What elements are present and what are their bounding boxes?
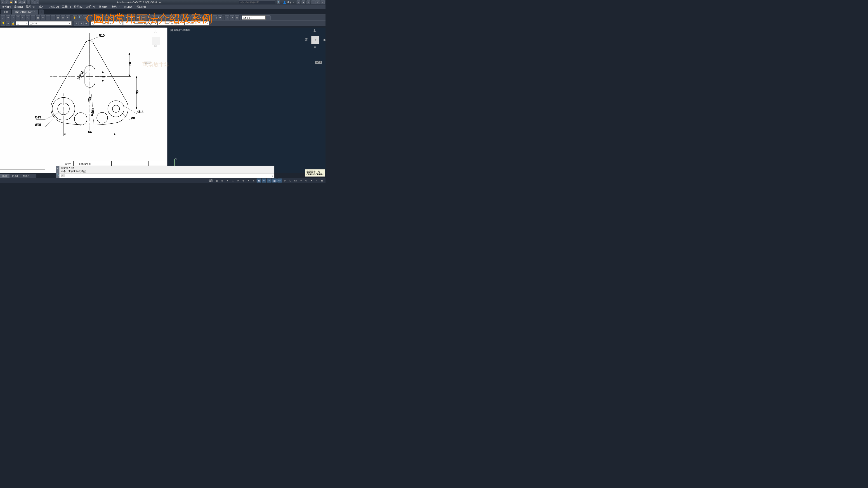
viewcube-face[interactable]: 上	[311, 36, 319, 44]
explode-icon[interactable]: ✸	[218, 15, 222, 20]
menu-edit[interactable]: 编辑(E)	[14, 5, 23, 9]
osnap-dropdown-icon[interactable]: ▾	[262, 178, 266, 183]
viewport-left[interactable]: R10 20 30 8	[0, 28, 167, 173]
command-expand-icon[interactable]: ▲	[271, 175, 273, 177]
table-icon[interactable]: ⊞	[61, 15, 65, 20]
menu-insert[interactable]: 插入(I)	[38, 5, 46, 9]
array-icon[interactable]: ⋮⋮	[213, 15, 217, 20]
match-prop-icon[interactable]: ⊞	[235, 15, 239, 20]
dim-update-icon[interactable]: ↻	[266, 15, 271, 20]
command-input[interactable]: >_	[59, 174, 274, 178]
login-button[interactable]: 👤 登录 ▾	[282, 1, 295, 4]
help-icon[interactable]: ?	[307, 0, 310, 4]
tab-layout1[interactable]: 布局1	[9, 174, 20, 178]
command-close-icon[interactable]: ✕	[56, 166, 59, 172]
workspace-dropdown-icon[interactable]: ▾	[309, 178, 314, 183]
wcs-badge-right[interactable]: WCS	[315, 61, 322, 64]
tab-layout-add[interactable]: +	[31, 174, 36, 178]
properties-icon[interactable]: A	[230, 15, 235, 20]
color-swatch-dropdown[interactable]: ▢▼	[16, 21, 28, 26]
otrack-icon[interactable]: ∠	[251, 178, 256, 183]
lineweight-toggle-icon[interactable]: ≡	[267, 178, 272, 183]
osnap-icon[interactable]: ▣	[256, 178, 261, 183]
app-store-icon[interactable]: ▾	[302, 0, 305, 4]
new-icon[interactable]: ▢	[5, 0, 9, 4]
rectangle-icon[interactable]: ▭	[21, 15, 25, 20]
plot-icon[interactable]: 🖨	[22, 0, 26, 4]
status-scale[interactable]: 1:1	[293, 179, 298, 182]
circle-icon[interactable]: ○	[11, 15, 16, 20]
command-handle[interactable]: ✕ 🔧	[56, 166, 59, 178]
menu-help[interactable]: 帮助(H)	[136, 5, 146, 9]
polygon-icon[interactable]: ⬡	[26, 15, 30, 20]
close-icon[interactable]: ✕	[320, 0, 324, 4]
command-config-icon[interactable]: 🔧	[56, 172, 59, 178]
save-icon[interactable]: 💾	[14, 0, 18, 4]
scale-dropdown-icon[interactable]: ▾	[299, 178, 303, 183]
annotation-scale-dropdown[interactable]: GB1-1▼	[242, 15, 266, 20]
tab-current-doc[interactable]: 自定义样板.dwt*✕	[12, 9, 38, 14]
viewcube-right[interactable]: 北 西 东 南 上	[306, 29, 324, 51]
isodraft-dropdown-icon[interactable]: ▾	[246, 178, 251, 183]
maximize-icon[interactable]: ▢	[316, 0, 320, 4]
status-model[interactable]: 模型	[208, 179, 214, 182]
layer-manager-icon[interactable]: ≣	[74, 21, 79, 26]
command-line[interactable]: ✕ 🔧 指定插入点: 命令：正在重生成模型。 >_ ▲	[59, 166, 274, 178]
polyline-icon[interactable]: ⌐	[6, 15, 10, 20]
ortho-icon[interactable]: ⊥	[230, 178, 235, 183]
text-icon[interactable]: A	[66, 15, 70, 20]
open-icon[interactable]: 📂	[9, 0, 13, 4]
help-search-input[interactable]	[239, 0, 275, 4]
tab-close-icon[interactable]: ✕	[34, 11, 35, 13]
menu-param[interactable]: 参数(P)	[112, 5, 121, 9]
viewcube-left[interactable]: 北 南 上	[147, 30, 165, 53]
tab-start[interactable]: 开始	[1, 9, 11, 14]
point-icon[interactable]: ·	[51, 15, 55, 20]
construction-line-icon[interactable]: ⟋	[46, 15, 50, 20]
snap-icon[interactable]: ⊞	[220, 178, 225, 183]
arc-icon[interactable]: ⌒	[16, 15, 20, 20]
tab-layout2[interactable]: 布局2	[20, 174, 31, 178]
snap-dropdown-icon[interactable]: ▾	[225, 178, 230, 183]
undo-icon[interactable]: ↶	[27, 0, 30, 4]
layer-sun-icon[interactable]: ☀	[6, 21, 10, 26]
isodraft-icon[interactable]: ◈	[241, 178, 246, 183]
menu-window[interactable]: 窗口(W)	[124, 5, 133, 9]
erase-icon[interactable]: ✕	[225, 15, 229, 20]
menu-file[interactable]: 文件(F)	[2, 5, 11, 9]
annotation-scale-icon[interactable]: 人	[288, 178, 292, 183]
viewport-label[interactable]: [+][俯视][二维线框]	[170, 29, 191, 32]
layer-bulb-icon[interactable]: 💡	[1, 21, 5, 26]
block-icon[interactable]: ▣	[56, 15, 60, 20]
app-menu-icon[interactable]: A	[1, 0, 4, 4]
spline-icon[interactable]: ∿	[41, 15, 45, 20]
search-icon[interactable]: 🔍	[277, 0, 280, 4]
menu-tools[interactable]: 工具(T)	[62, 5, 71, 9]
zoom-icon[interactable]: 🔍	[78, 15, 82, 20]
hatch-icon[interactable]: ▦	[36, 15, 40, 20]
pan-icon[interactable]: ✋	[72, 15, 77, 20]
annotation-monitor-icon[interactable]: ⊕	[283, 178, 287, 183]
cleanscreen-icon[interactable]: ▣	[320, 178, 324, 183]
viewcube-face[interactable]: 上	[152, 37, 160, 45]
saveas-icon[interactable]: ⎙	[18, 0, 22, 4]
selection-cycling-icon[interactable]: ⟳	[277, 178, 282, 183]
customize-icon[interactable]: ≡	[314, 178, 319, 183]
viewport-right[interactable]: [+][俯视][二维线框] 北 西 东 南 上 WCS Y	[168, 28, 326, 173]
transparency-icon[interactable]: ◨	[272, 178, 277, 183]
tab-add-button[interactable]: +	[39, 9, 43, 14]
workspace-icon[interactable]: ⚙	[304, 178, 309, 183]
menu-modify[interactable]: 修改(M)	[99, 5, 108, 9]
polar-icon[interactable]: ⊕	[236, 178, 240, 183]
menu-draw[interactable]: 绘图(D)	[74, 5, 83, 9]
grid-icon[interactable]: ▦	[215, 178, 219, 183]
ellipse-icon[interactable]: ⬭	[31, 15, 35, 20]
exchange-icon[interactable]: ✕	[297, 0, 300, 4]
menu-view[interactable]: 视图(V)	[26, 5, 35, 9]
layer-states-icon[interactable]: ⊞	[79, 21, 84, 26]
qat-dropdown-icon[interactable]: ▾	[35, 0, 39, 4]
line-icon[interactable]: ／	[1, 15, 5, 20]
minimize-icon[interactable]: _	[311, 0, 315, 4]
tab-model[interactable]: 模型	[0, 174, 9, 178]
menu-dimension[interactable]: 标注(N)	[86, 5, 96, 9]
